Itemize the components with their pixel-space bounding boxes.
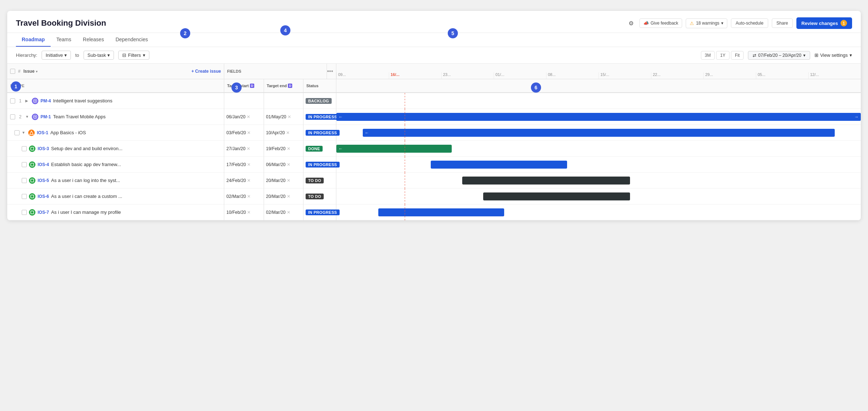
gantt-cell-pm1: ← → [336, 109, 861, 125]
clear-end-ios4[interactable]: ✕ [287, 162, 290, 167]
row-checkbox-pm4[interactable] [10, 98, 15, 103]
gantt-date-7: 29... [703, 72, 756, 79]
gantt-bar-ios1: ← [363, 129, 835, 137]
row-checkbox-ios4[interactable] [22, 162, 27, 167]
fields-cell-ios1: 03/Feb/20 ✕ 10/Apr/20 ✕ IN PROGRESS [224, 125, 336, 141]
review-changes-button[interactable]: Review changes 1 [796, 17, 852, 29]
fields-dots-menu[interactable]: ••• [327, 68, 336, 75]
annotation-3: 3 [231, 82, 242, 93]
row-checkbox-ios6[interactable] [22, 194, 27, 199]
issue-id-ios1[interactable]: IOS-1 [37, 130, 48, 135]
issue-name-ios7: As i user I can manage my profile [51, 209, 121, 215]
nav-item-roadmap[interactable]: Roadmap [16, 33, 51, 47]
view-settings-chevron-icon: ▾ [850, 52, 852, 58]
row-checkbox-ios3[interactable] [22, 146, 27, 151]
hierarchy-to-select[interactable]: Sub-task ▾ [84, 51, 114, 60]
clear-start-ios7[interactable]: ✕ [247, 210, 251, 215]
fields-cell-pm1: 06/Jan/20 ✕ 01/May/20 ✕ IN PROGRESS [224, 109, 336, 125]
fields-cell-ios6: 02/Mar/20 ✕ 20/Mar/20 ✕ TO DO [224, 188, 336, 204]
select-all-checkbox[interactable] [10, 69, 15, 74]
settings-icon[interactable]: ⚙ [629, 20, 634, 27]
table-row: 2 ▼ PM-1 Team Travel Mobile Apps 06/Jan/… [7, 109, 861, 125]
issue-id-ios6[interactable]: IOS-6 [38, 194, 49, 199]
issue-id-pm1[interactable]: PM-1 [41, 114, 51, 119]
clear-end-ios6[interactable]: ✕ [287, 194, 290, 199]
expand-icon-pm1[interactable]: ▼ [25, 115, 30, 119]
date-range-button[interactable]: ⇄ 07/Feb/20 – 20/Apr/20 ▾ [748, 51, 810, 60]
issue-id-ios7[interactable]: IOS-7 [38, 210, 49, 215]
autoschedule-button[interactable]: Auto-schedule [731, 18, 768, 28]
time-btn-3m[interactable]: 3M [701, 51, 715, 60]
svg-rect-9 [31, 211, 34, 214]
time-btn-1y[interactable]: 1Y [716, 51, 729, 60]
gantt-cell-ios7 [336, 204, 861, 220]
clear-start-ios6[interactable]: ✕ [247, 194, 251, 199]
filters-button[interactable]: ⊟ Filters ▾ [118, 51, 149, 60]
hierarchy-from-select[interactable]: Initiative ▾ [42, 51, 71, 60]
review-badge: 1 [841, 20, 847, 26]
create-issue-button[interactable]: + Create issue [191, 69, 221, 74]
nav-item-teams[interactable]: Teams [51, 33, 77, 47]
clear-end-ios1[interactable]: ✕ [286, 130, 290, 135]
feedback-button[interactable]: 📣 Give feedback [639, 18, 682, 28]
gantt-bar-ios7 [378, 208, 504, 216]
issue-sort-icon[interactable]: ▾ [36, 69, 38, 73]
scope-cell-ios4: IOS-4 Establish basic app dev framew... [7, 157, 224, 173]
clear-start-ios1[interactable]: ✕ [247, 130, 251, 135]
gantt-bar-ios6 [483, 192, 630, 200]
clear-start-ios5[interactable]: ✕ [247, 178, 251, 183]
toolbar: Hierarchy: Initiative ▾ to Sub-task ▾ ⊟ … [7, 47, 861, 64]
issue-id-ios3[interactable]: IOS-3 [38, 146, 49, 151]
issue-name-ios5: As a user i can log into the syst... [51, 178, 120, 183]
clear-end-ios5[interactable]: ✕ [287, 178, 290, 183]
row-checkbox-ios5[interactable] [22, 178, 27, 183]
gantt-date-0: 09... [336, 72, 389, 79]
view-settings-button[interactable]: ⊞ View settings ▾ [814, 52, 852, 58]
issue-id-pm4[interactable]: PM-4 [41, 98, 51, 103]
gantt-date-6: 22... [651, 72, 703, 79]
gantt-bar-ios4 [431, 161, 567, 169]
time-btn-fit[interactable]: Fit [731, 51, 744, 60]
story-icon-ios6 [29, 193, 35, 200]
to-label: to [75, 52, 79, 58]
filter-icon: ⊟ [122, 52, 126, 58]
annotation-6: 6 [531, 82, 541, 93]
gantt-bar-pm1: ← → [336, 113, 861, 121]
clear-start-pm1[interactable]: ✕ [247, 114, 250, 119]
status-cell-ios6: TO DO [303, 194, 336, 199]
scope-cell-pm1: 2 ▼ PM-1 Team Travel Mobile Apps [7, 109, 224, 125]
issue-id-ios4[interactable]: IOS-4 [38, 162, 49, 167]
warnings-button[interactable]: ⚠ 18 warnings ▾ [686, 18, 727, 28]
expand-icon-ios1[interactable]: ▼ [22, 131, 26, 135]
issue-header-label: Issue [24, 69, 35, 74]
nav-item-dependencies[interactable]: Dependencies [110, 33, 154, 47]
target-start-header: Target start D [224, 79, 264, 92]
from-chevron-icon: ▾ [64, 52, 67, 58]
filters-chevron-icon: ▾ [143, 52, 145, 58]
feedback-icon: 📣 [643, 21, 649, 26]
clear-end-ios3[interactable]: ✕ [287, 146, 290, 151]
status-cell-ios4: IN PROGRESS [303, 162, 336, 168]
to-chevron-icon: ▾ [107, 52, 110, 58]
share-button[interactable]: Share [772, 18, 793, 28]
end-date-pm4 [264, 93, 304, 109]
row-checkbox-ios1[interactable] [14, 130, 20, 135]
nav-item-releases[interactable]: Releases [77, 33, 110, 47]
story-icon-ios7 [29, 209, 35, 216]
issue-id-ios5[interactable]: IOS-5 [38, 178, 49, 183]
row-checkbox-ios7[interactable] [22, 210, 27, 215]
clear-start-ios4[interactable]: ✕ [247, 162, 251, 167]
fields-cell-ios5: 24/Feb/20 ✕ 20/Mar/20 ✕ TO DO [224, 173, 336, 188]
row-checkbox-pm1[interactable] [10, 114, 15, 119]
sync-icon: ⇄ [753, 53, 756, 58]
initiative-icon-pm4 [32, 98, 38, 104]
clear-start-ios3[interactable]: ✕ [247, 146, 250, 151]
clear-end-ios7[interactable]: ✕ [287, 210, 290, 215]
clear-end-pm1[interactable]: ✕ [288, 114, 291, 119]
annotation-2: 2 [180, 28, 190, 38]
expand-icon-pm4[interactable]: ▶ [25, 99, 30, 103]
gantt-cell-ios3: ← [336, 141, 861, 157]
scope-sub-header: SCOPE [7, 79, 224, 92]
fields-cell-ios3: 27/Jan/20 ✕ 19/Feb/20 ✕ DONE [224, 141, 336, 157]
more-options-icon[interactable]: ••• [327, 68, 333, 75]
